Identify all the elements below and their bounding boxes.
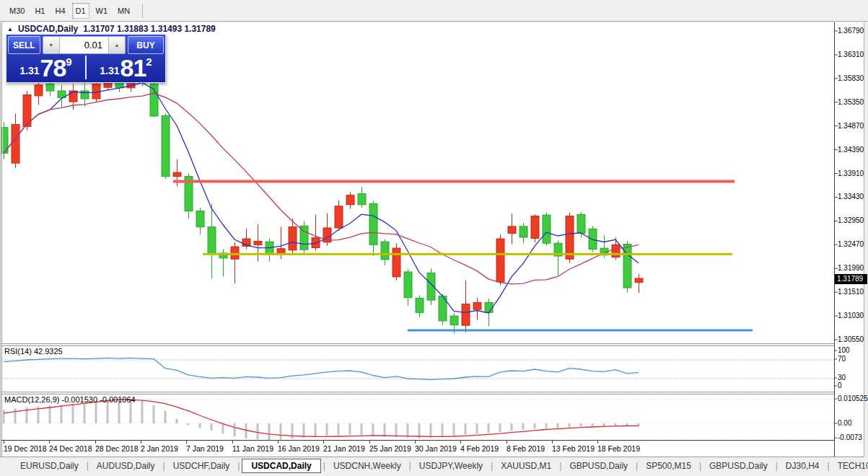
chart-bottom-border — [1, 440, 834, 441]
price-axis-label: 1.35830 — [838, 74, 864, 83]
volume-decrease-button[interactable]: ▼ — [43, 37, 60, 53]
price-axis-label: 1.33430 — [838, 193, 864, 201]
tab-usdcad-daily[interactable]: USDCAD,Daily — [242, 459, 320, 473]
date-axis-label: 19 Dec 2018 — [4, 444, 47, 453]
current-price-tag: 1.31789 — [835, 274, 867, 284]
tab-eurusd-daily[interactable]: EURUSD,Daily — [13, 459, 86, 473]
macd-axis-label: 0.010525 — [838, 395, 868, 403]
rsi-axis-label: 0 — [838, 382, 842, 390]
date-axis-label: 11 Jan 2019 — [232, 444, 273, 453]
timeframe-h1-button[interactable]: H1 — [31, 3, 48, 19]
tab-audusd-daily[interactable]: AUDUSD,Daily — [89, 459, 162, 473]
price-axis-label: 1.35350 — [838, 98, 864, 107]
price-axis-label: 1.31990 — [838, 264, 864, 273]
timeframe-d1-button[interactable]: D1 — [72, 3, 89, 19]
rsi-axis-label: 100 — [838, 346, 850, 355]
date-axis-label: 16 Jan 2019 — [278, 444, 320, 453]
timeframe-toolbar: M30H1H4D1W1MN — [0, 0, 868, 22]
tab-usdcnh-weekly[interactable]: USDCNH,Weekly — [326, 459, 408, 473]
price-axis-label: 1.32950 — [838, 216, 864, 225]
ask-price-display[interactable]: 1.31 81 2 — [88, 55, 164, 80]
buy-button[interactable]: BUY — [128, 36, 164, 54]
price-axis-label: 1.31510 — [838, 288, 864, 296]
chart-ohlc-values: 1.31707 1.31883 1.31493 1.31789 — [83, 24, 216, 34]
price-axis-label: 1.32470 — [838, 240, 864, 249]
tab-xauusd-m1[interactable]: XAUUSD,M1 — [494, 459, 558, 473]
price-axis-label: 1.34870 — [838, 122, 864, 131]
triangle-up-icon: ▲ — [115, 43, 120, 48]
date-axis-label: 24 Dec 2018 — [49, 444, 92, 453]
timeframe-mn-button[interactable]: MN — [114, 3, 133, 19]
rsi-indicator-label: RSI(14) 42.9325 — [4, 347, 63, 356]
date-axis-label: 13 Feb 2019 — [552, 444, 595, 453]
chart-symbol-title: USDCAD,Daily — [18, 24, 78, 34]
timeframe-h4-button[interactable]: H4 — [51, 3, 69, 19]
pane-separator-main-rsi[interactable] — [1, 343, 834, 346]
timeframe-w1-button[interactable]: W1 — [92, 3, 112, 19]
date-axis-label: 18 Feb 2019 — [597, 444, 640, 453]
sell-button[interactable]: SELL — [8, 36, 40, 54]
date-axis-label: 25 Jan 2019 — [369, 444, 411, 453]
price-axis-label: 1.36790 — [838, 27, 864, 35]
tab-dj30-h4[interactable]: DJ30,H4 — [779, 459, 827, 473]
rsi-axis-label: 70 — [838, 355, 846, 363]
date-axis-label: 30 Jan 2019 — [415, 444, 457, 453]
timeframe-m30-button[interactable]: M30 — [6, 3, 28, 19]
price-axis-label: 1.36310 — [838, 50, 864, 59]
macd-indicator-label: MACD(12,26,9) -0.001530 -0.001064 — [4, 395, 136, 404]
symbol-arrow-icon: ▲ — [7, 26, 13, 32]
price-axis-label: 1.33910 — [838, 169, 864, 178]
date-axis-label: 2 Jan 2019 — [141, 444, 178, 453]
pane-separator-rsi-macd[interactable] — [1, 392, 834, 395]
tab-sp500-m15[interactable]: SP500,M15 — [639, 459, 698, 473]
tab-usdchf-daily[interactable]: USDCHF,Daily — [166, 459, 237, 473]
bid-price-display[interactable]: 1.31 78 9 — [8, 55, 84, 80]
volume-stepper: ▼ ▲ — [43, 36, 126, 54]
date-axis-label: 21 Jan 2019 — [323, 444, 365, 453]
price-axis-label: 1.31030 — [838, 312, 864, 320]
tab-usdjpy-weekly[interactable]: USDJPY,Weekly — [412, 459, 490, 473]
tab-tech10[interactable]: TECH10 — [830, 459, 868, 473]
chart-tabs-bar: EURUSD,Daily|AUDUSD,Daily|USDCHF,Daily|U… — [0, 457, 868, 475]
tab-gbpusd-daily[interactable]: GBPUSD,Daily — [702, 459, 775, 473]
chart-axis-border — [834, 22, 835, 457]
triangle-down-icon: ▼ — [48, 43, 53, 48]
tab-divider: | — [237, 461, 240, 471]
tab-gbpusd-daily[interactable]: GBPUSD,Daily — [562, 459, 635, 473]
date-axis-label: 4 Feb 2019 — [460, 444, 499, 453]
right-edge-strip — [864, 22, 868, 457]
toolbar-separator — [142, 4, 143, 18]
macd-axis-label: -0.0073 — [838, 433, 862, 442]
one-click-trade-panel: SELL ▼ ▲ BUY 1.31 78 9 1.31 81 2 — [6, 34, 166, 83]
macd-axis-label: 0.00 — [838, 419, 851, 428]
quote-divider — [85, 56, 87, 79]
date-axis-label: 28 Dec 2018 — [95, 444, 139, 453]
price-axis-label: 1.30550 — [838, 335, 864, 344]
volume-input[interactable] — [60, 37, 108, 53]
volume-increase-button[interactable]: ▲ — [108, 37, 125, 53]
date-axis-label: 7 Jan 2019 — [186, 444, 224, 453]
price-axis-label: 1.34390 — [838, 146, 864, 154]
date-axis-label: 8 Feb 2019 — [507, 444, 545, 453]
chart-header: ▲ USDCAD,Daily 1.31707 1.31883 1.31493 1… — [7, 24, 216, 34]
